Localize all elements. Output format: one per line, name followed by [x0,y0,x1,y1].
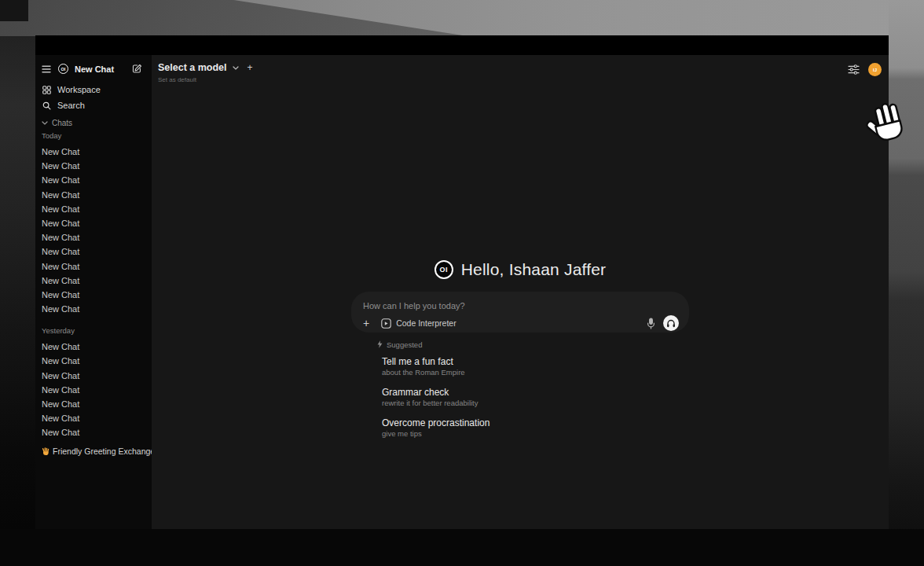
chat-list-item[interactable]: New Chat [42,145,147,159]
suggestion-subtitle: give me tips [382,429,689,439]
sidebar-item-workspace[interactable]: Workspace [42,83,147,96]
chevron-down-icon [42,121,48,125]
chat-list-yesterday: New ChatNew ChatNew ChatNew ChatNew Chat… [42,340,147,439]
chat-list-item[interactable]: New Chat [42,259,147,274]
workspace-grid-icon [42,86,51,94]
suggested-header: Suggested [351,340,689,349]
chat-list-item[interactable]: New Chat [42,274,147,288]
app-logo-icon[interactable]: OI [58,64,68,74]
model-selector-label: Select a model [158,62,227,73]
window-titlebar [35,35,889,55]
screen: OI New Chat Workspace Searc [0,0,924,566]
sidebar: OI New Chat Workspace Searc [35,55,152,529]
chat-list-today: New ChatNew ChatNew ChatNew ChatNew Chat… [42,145,147,316]
message-composer: + Code Interpreter [351,292,689,333]
chats-label: Chats [52,119,72,127]
chat-list-item[interactable]: New Chat [42,173,147,187]
chat-list-item[interactable]: New Chat [42,302,147,316]
set-as-default-button[interactable]: Set as default [158,76,253,83]
suggestion-title: Tell me a fun fact [382,356,689,367]
suggestion-item[interactable]: Tell me a fun fact about the Roman Empir… [351,356,689,377]
microphone-icon[interactable] [647,318,655,329]
bolt-icon [377,340,383,348]
chat-list-item[interactable]: New Chat [42,383,147,397]
greeting-text: Hello, Ishaan Jaffer [461,260,607,279]
workspace-label: Workspace [57,85,101,94]
sidebar-item-search[interactable]: Search [42,99,147,112]
voice-call-button[interactable] [663,315,679,331]
chat-list-item[interactable]: New Chat [42,411,147,425]
code-interpreter-icon [381,318,391,329]
chat-list-item[interactable]: New Chat [42,216,147,230]
desktop-wallpaper-left [0,36,35,529]
suggestion-item[interactable]: Overcome procrastination give me tips [351,417,689,439]
headphones-icon [666,319,676,328]
chats-section-toggle[interactable]: Chats [42,118,147,128]
app-logo-icon-large: OI [434,260,453,279]
suggestion-title: Overcome procrastination [382,417,689,428]
new-chat-button[interactable]: New Chat [75,64,114,74]
wave-emoji-icon [42,447,50,455]
chat-list-item[interactable]: New Chat [42,244,147,259]
code-interpreter-label: Code Interpreter [396,318,456,328]
user-avatar[interactable]: IJ [868,63,882,76]
chat-list-item[interactable]: New Chat [42,188,147,202]
edit-new-chat-icon[interactable] [132,64,142,74]
suggested-prompts: Suggested Tell me a fun fact about the R… [351,340,689,439]
suggested-label: Suggested [387,340,422,349]
chat-list-item[interactable]: New Chat [42,202,147,216]
hamburger-menu-icon[interactable] [42,65,51,73]
suggestion-subtitle: about the Roman Empire [382,368,689,377]
desktop-wallpaper-bottom [0,529,924,566]
model-chevron-down-icon [233,66,239,70]
model-selector[interactable]: Select a model + [158,62,253,73]
desktop-wallpaper-corner [0,0,28,21]
chat-list-item[interactable]: New Chat [42,288,147,302]
chat-list-item[interactable]: New Chat [42,369,147,383]
attach-plus-button[interactable]: + [361,318,371,329]
desktop-wallpaper-right [889,0,924,566]
controls-sliders-icon[interactable] [848,64,860,75]
app-window: OI New Chat Workspace Searc [35,35,889,529]
search-icon [42,101,51,110]
chat-group-label-yesterday: Yesterday [42,326,147,336]
sidebar-header: OI New Chat [42,62,145,75]
main-panel: Select a model + Set as default IJ [152,55,889,529]
chat-group-label-today: Today [42,131,147,141]
chat-list-item[interactable]: New Chat [42,425,147,439]
search-label: Search [57,101,85,110]
suggestion-title: Grammar check [382,387,689,398]
message-input[interactable] [361,300,679,311]
code-interpreter-toggle[interactable]: Code Interpreter [381,318,456,329]
chat-list-item[interactable]: New Chat [42,397,147,411]
chat-list-item[interactable]: New Chat [42,340,147,354]
chat-list-item[interactable]: New Chat [42,354,147,368]
chat-list-item[interactable]: New Chat [42,159,147,173]
chat-title: Friendly Greeting Exchange [53,447,152,456]
chat-list-item-friendly-greeting[interactable]: Friendly Greeting Exchange [42,444,147,458]
greeting: OI Hello, Ishaan Jaffer [351,258,689,281]
suggestion-item[interactable]: Grammar check rewrite it for better read… [351,387,689,408]
chat-list-item[interactable]: New Chat [42,230,147,244]
welcome-block: OI Hello, Ishaan Jaffer + Code Interpret… [351,258,689,448]
main-header: Select a model + Set as default IJ [152,55,889,83]
suggestion-subtitle: rewrite it for better readability [382,399,689,408]
add-model-button[interactable]: + [248,62,253,73]
suggestion-list: Tell me a fun fact about the Roman Empir… [351,356,689,439]
